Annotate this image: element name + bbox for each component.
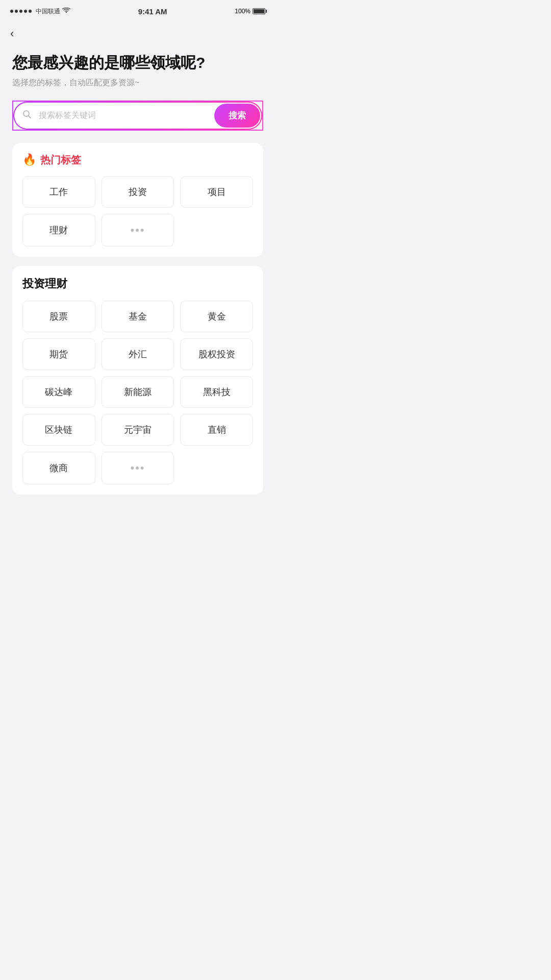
invest-tag-item[interactable]: ••• xyxy=(102,452,174,484)
status-left: 中国联通 xyxy=(10,7,70,16)
invest-tag-item[interactable]: 股权投资 xyxy=(180,338,253,370)
wifi-icon xyxy=(62,8,70,15)
invest-tag-item[interactable]: 直销 xyxy=(180,414,253,446)
invest-card: 投资理财 股票基金黄金期货外汇股权投资碳达峰新能源黑科技区块链元宇宙直销微商••… xyxy=(12,266,263,495)
invest-tag-item[interactable]: 元宇宙 xyxy=(102,414,174,446)
hot-tag-item[interactable]: 工作 xyxy=(22,176,95,208)
search-icon xyxy=(14,104,37,128)
invest-tag-item[interactable]: 区块链 xyxy=(22,414,95,446)
invest-tag-item[interactable]: 基金 xyxy=(102,301,174,332)
status-bar: 中国联通 9:41 AM 100% xyxy=(0,0,276,22)
status-right: 100% xyxy=(235,8,265,15)
hot-tag-item[interactable]: 投资 xyxy=(102,176,174,208)
invest-tag-item[interactable]: 黄金 xyxy=(180,301,253,332)
page-title: 您最感兴趣的是哪些领域呢? xyxy=(12,53,263,72)
hot-tags-title: 热门标签 xyxy=(40,153,81,167)
hot-tags-card: 🔥 热门标签 工作投资项目理财••• xyxy=(12,143,263,257)
carrier-label: 中国联通 xyxy=(36,7,60,16)
search-bar: 搜索 xyxy=(12,101,263,131)
signal-dots xyxy=(10,10,32,13)
svg-line-1 xyxy=(29,115,31,118)
battery-percent: 100% xyxy=(235,8,251,15)
page-content: 您最感兴趣的是哪些领域呢? 选择您的标签，自动匹配更多资源~ 搜索 🔥 热门标签… xyxy=(0,45,276,520)
invest-tags-grid: 股票基金黄金期货外汇股权投资碳达峰新能源黑科技区块链元宇宙直销微商••• xyxy=(22,301,253,484)
invest-section-title: 投资理财 xyxy=(22,276,253,291)
hot-tag-item[interactable]: 理财 xyxy=(22,214,95,247)
hot-tags-title-row: 🔥 热门标签 xyxy=(22,153,253,167)
invest-tag-item[interactable]: 新能源 xyxy=(102,376,174,408)
battery-icon xyxy=(253,8,265,14)
nav-bar: ‹ xyxy=(0,22,276,45)
invest-tag-item[interactable]: 外汇 xyxy=(102,338,174,370)
hot-tag-item[interactable]: 项目 xyxy=(180,176,253,208)
invest-tag-item[interactable]: 微商 xyxy=(22,452,95,484)
search-input[interactable] xyxy=(37,105,213,126)
hot-tags-grid: 工作投资项目理财••• xyxy=(22,176,253,247)
search-button[interactable]: 搜索 xyxy=(214,104,260,128)
invest-tag-item[interactable]: 期货 xyxy=(22,338,95,370)
status-time: 9:41 AM xyxy=(138,7,167,16)
invest-tag-item[interactable]: 黑科技 xyxy=(180,376,253,408)
hot-tag-item[interactable]: ••• xyxy=(102,214,174,247)
invest-tag-item[interactable]: 股票 xyxy=(22,301,95,332)
invest-tag-item[interactable]: 碳达峰 xyxy=(22,376,95,408)
back-button[interactable]: ‹ xyxy=(10,26,18,41)
hot-icon: 🔥 xyxy=(22,153,36,166)
page-subtitle: 选择您的标签，自动匹配更多资源~ xyxy=(12,78,263,88)
